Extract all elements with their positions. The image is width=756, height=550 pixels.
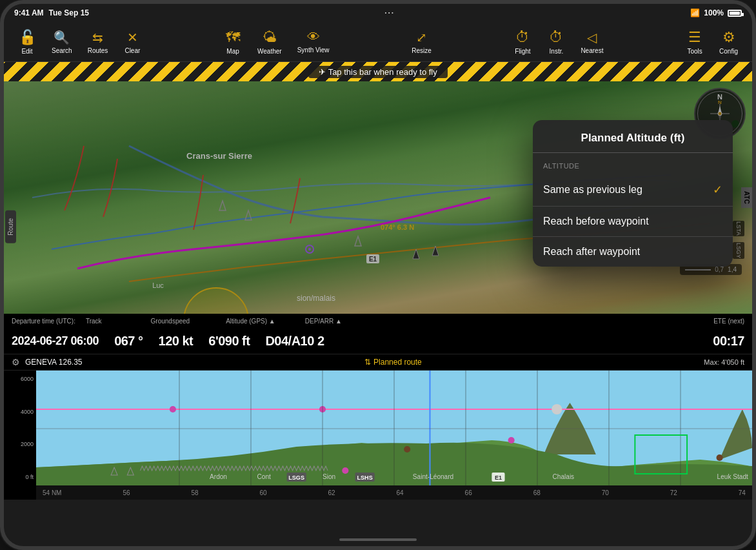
map-label: Map: [226, 48, 239, 55]
status-bar: 9:41 AM Tue Sep 15 ··· 📶 100%: [4, 4, 752, 22]
departure-item: 2024-06-27 06:00: [12, 334, 99, 348]
nearest-icon: ◁: [587, 30, 597, 45]
map-icon: 🗺: [226, 29, 240, 46]
track-item: 067 °: [114, 334, 143, 349]
svg-text:Chalais: Chalais: [553, 473, 575, 480]
svg-point-53: [717, 454, 723, 461]
toolbar-config[interactable]: ⚙ Config: [713, 26, 744, 57]
dep-arr-label: DEP/ARR ▲: [305, 318, 342, 325]
groundspeed-item: 120 kt: [159, 334, 194, 349]
flight-info-row: Departure time (UTC): Track Groundspeed …: [4, 314, 752, 328]
dist-label-66: 66: [465, 489, 472, 496]
toolbar-mid-group: 🗺 Map 🌤 Weather 👁 Synth View: [217, 26, 335, 57]
profile-area: 6000 4000 2000 0 ft: [4, 371, 752, 500]
alt-label-0: 0 ft: [4, 474, 36, 480]
battery-icon: [728, 10, 742, 17]
toolbar-synthview[interactable]: 👁 Synth View: [291, 27, 336, 56]
dist-label-60: 60: [259, 489, 266, 496]
dist-label-72: 72: [670, 489, 677, 496]
settings-gear-icon[interactable]: ⚙: [12, 357, 20, 367]
svg-text:Sion: Sion: [323, 473, 335, 480]
map-area[interactable]: E1 5.3 NM 074° 6.3 N Crans-sur Sierre Lu…: [4, 81, 752, 314]
toolbar-edit[interactable]: 🔓 Edit: [12, 26, 43, 57]
config-label: Config: [719, 48, 738, 55]
dist-label-54: 54 NM: [43, 489, 61, 496]
svg-text:LSGS: LSGS: [288, 474, 304, 481]
clear-icon: ✕: [127, 30, 138, 45]
toolbar-flight[interactable]: ⏱ Flight: [507, 26, 538, 57]
tools-label: Tools: [687, 48, 702, 55]
ipad-screen: 9:41 AM Tue Sep 15 ··· 📶 100% 🔓 Edit: [4, 4, 752, 546]
toolbar-resize-group: ⤢ Resize: [405, 27, 438, 57]
dialog-option-reach-after[interactable]: Reach after waypoint: [533, 237, 733, 267]
toolbar-nearest[interactable]: ◁ Nearest: [574, 27, 610, 57]
track-value: 067 °: [114, 334, 143, 349]
status-right: 📶 100%: [690, 8, 742, 17]
nearest-label: Nearest: [581, 47, 603, 54]
ipad-frame: 9:41 AM Tue Sep 15 ··· 📶 100% 🔓 Edit: [0, 0, 756, 550]
toolbar-map[interactable]: 🗺 Map: [217, 26, 248, 57]
toolbar-tools[interactable]: ☰ Tools: [679, 26, 710, 57]
svg-text:Ardon: Ardon: [210, 473, 227, 480]
weather-icon: 🌤: [263, 29, 277, 46]
altitude-item: 6'090 ft: [208, 334, 250, 349]
max-altitude-text: Max: 4'050 ft: [704, 358, 744, 366]
alt-label-6000: 6000: [4, 376, 36, 382]
dist-label-56: 56: [123, 489, 130, 496]
svg-text:LSHS: LSHS: [357, 474, 372, 481]
toolbar-flight-group: ⏱ Flight ⏱ Instr. ◁ Nearest: [507, 26, 610, 57]
departure-value: 2024-06-27 06:00: [12, 334, 99, 348]
dialog-option-same-as-previous[interactable]: Same as previous leg ✓: [533, 174, 733, 207]
status-left: 9:41 AM Tue Sep 15: [14, 8, 89, 17]
resize-icon: ⤢: [416, 30, 427, 45]
dep-arr-item: D04/A10 2: [265, 334, 324, 349]
option-same-as-previous-checkmark: ✓: [713, 183, 722, 197]
hazard-message: ✈ Tap this bar when ready to fly: [308, 66, 447, 78]
toolbar: 🔓 Edit 🔍 Search ⇆ Routes ✕ Clear: [4, 22, 752, 62]
wifi-icon: 📶: [690, 8, 700, 17]
dist-label-62: 62: [328, 489, 335, 496]
toolbar-weather[interactable]: 🌤 Weather: [251, 26, 288, 57]
toolbar-resize[interactable]: ⤢ Resize: [405, 27, 438, 57]
toolbar-clear[interactable]: ✕ Clear: [117, 27, 148, 57]
dialog-title: Planned Altitude (ft): [533, 120, 733, 153]
search-icon: 🔍: [54, 30, 70, 45]
profile-svg: Ardon Cont LSGS Sion LSHS Saint-Léonard …: [36, 371, 752, 485]
planned-route-text: Planned route: [373, 358, 422, 367]
option-same-as-previous-text: Same as previous leg: [543, 184, 642, 196]
flight-clock-icon: ⏱: [515, 29, 530, 46]
groundspeed-label: Groundspeed: [151, 318, 190, 325]
more-dots: ···: [384, 8, 395, 17]
alt-label-2000: 2000: [4, 441, 36, 447]
toolbar-routes[interactable]: ⇆ Routes: [81, 27, 115, 57]
routes-icon: ⇆: [92, 30, 103, 45]
ete-value: 00:17: [713, 334, 744, 349]
dist-label-68: 68: [533, 489, 541, 496]
toolbar-search[interactable]: 🔍 Search: [45, 27, 79, 57]
svg-point-52: [508, 437, 515, 443]
svg-point-50: [404, 446, 410, 453]
instr-icon: ⏱: [549, 29, 563, 46]
ete-label: ETE (next): [713, 318, 744, 325]
planned-route-label[interactable]: ⇅ Planned route: [364, 358, 422, 367]
synthview-label: Synth View: [297, 46, 330, 54]
battery-display: 100%: [704, 8, 724, 17]
dialog-option-reach-before[interactable]: Reach before waypoint: [533, 207, 733, 237]
hazard-bar[interactable]: ✈ Tap this bar when ready to fly: [4, 62, 752, 81]
svg-point-27: [552, 404, 562, 414]
svg-text:E1: E1: [495, 474, 502, 481]
resize-label: Resize: [412, 47, 432, 54]
departure-label: Departure time (UTC):: [12, 318, 75, 325]
svg-point-51: [342, 467, 348, 474]
time-display: 9:41 AM: [14, 8, 44, 17]
altitude-value: 6'090 ft: [208, 334, 250, 349]
ete-item: 00:17: [713, 334, 744, 349]
toolbar-instr[interactable]: ⏱ Instr.: [541, 26, 572, 57]
planned-route-icon: ⇅: [364, 358, 371, 367]
track-label: Track: [86, 318, 102, 325]
option-reach-before-text: Reach before waypoint: [543, 216, 649, 227]
groundspeed-value: 120 kt: [159, 334, 194, 349]
toolbar-right-group: ☰ Tools ⚙ Config: [679, 26, 744, 57]
svg-text:Cont: Cont: [257, 473, 271, 480]
altitude-dialog: Planned Altitude (ft) ALTITUDE Same as p…: [533, 120, 733, 267]
